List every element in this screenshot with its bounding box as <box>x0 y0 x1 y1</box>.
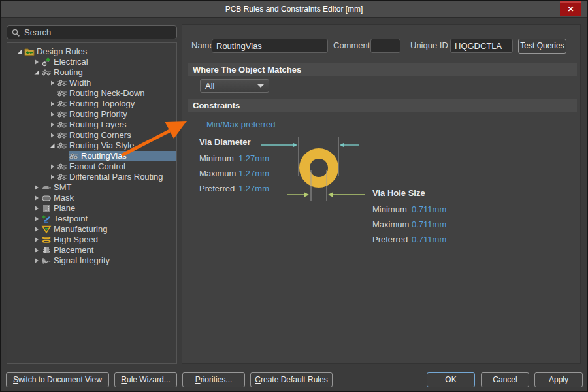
dialog-title: PCB Rules and Constraints Editor [mm] <box>1 1 587 18</box>
expand-collapsed-icon[interactable] <box>48 161 57 172</box>
tree-item-content[interactable]: High Speed <box>41 235 176 245</box>
tree-item-content[interactable]: Routing Layers <box>57 120 176 130</box>
expand-collapsed-icon[interactable] <box>32 214 41 224</box>
tree-item-label: Routing Corners <box>69 130 131 140</box>
cancel-button[interactable]: Cancel <box>481 372 529 387</box>
rule-icon <box>57 141 67 150</box>
expander-spacer <box>48 88 57 99</box>
expand-expanded-icon[interactable] <box>48 140 57 151</box>
tree-item-content[interactable]: Routing Neck-Down <box>57 88 176 99</box>
expand-collapsed-icon[interactable] <box>48 130 57 140</box>
hole-arrow-right <box>328 193 365 197</box>
tree-item-manufacturing[interactable]: Manufacturing <box>7 224 176 235</box>
tree-item-design-rules[interactable]: Design Rules <box>7 46 176 57</box>
design-rules-folder-icon <box>24 47 35 56</box>
test-queries-button[interactable]: Test Queries <box>518 39 566 54</box>
tree-item-placement[interactable]: Placement <box>7 245 176 255</box>
tree-item-content[interactable]: RoutingVias <box>69 151 176 161</box>
minmax-preferred-link[interactable]: Min/Max preferred <box>206 120 275 129</box>
tree-item-electrical[interactable]: Electrical <box>7 57 176 67</box>
expand-collapsed-icon[interactable] <box>32 193 41 203</box>
priorities-button[interactable]: Priorities... <box>182 372 245 387</box>
tree-item-content[interactable]: Routing Corners <box>57 130 176 140</box>
smt-icon <box>41 183 52 192</box>
tree-item-content[interactable]: SMT <box>41 182 176 193</box>
tree-item-label: SMT <box>54 182 71 193</box>
expand-collapsed-icon[interactable] <box>32 203 41 214</box>
expand-expanded-icon[interactable] <box>32 67 41 78</box>
rule-wizard-button[interactable]: Rule Wizard... <box>114 372 177 387</box>
tree-item-smt[interactable]: SMT <box>7 182 176 193</box>
expand-collapsed-icon[interactable] <box>32 57 41 67</box>
ok-button[interactable]: OK <box>427 372 475 387</box>
tree-item-plane[interactable]: Plane <box>7 203 176 214</box>
expand-collapsed-icon[interactable] <box>32 235 41 245</box>
constraint-value[interactable]: 0.711mm <box>412 220 446 229</box>
tree-item-content[interactable]: Signal Integrity <box>41 255 176 266</box>
tree-item-content[interactable]: Manufacturing <box>41 224 176 235</box>
tree-item-content[interactable]: Plane <box>41 203 176 214</box>
tree-item-content[interactable]: Testpoint <box>41 214 176 224</box>
tree-item-routing-corners[interactable]: Routing Corners <box>7 130 176 140</box>
expand-collapsed-icon[interactable] <box>32 245 41 255</box>
tree-item-high-speed[interactable]: High Speed <box>7 235 176 245</box>
tree-item-testpoint[interactable]: Testpoint <box>7 214 176 224</box>
chevron-down-icon <box>257 84 264 88</box>
signal-integrity-icon <box>41 256 52 265</box>
tree-item-content[interactable]: Routing <box>41 67 176 78</box>
tree-item-routing-via-style[interactable]: Routing Via Style <box>7 140 176 151</box>
comment-input[interactable] <box>370 39 400 53</box>
tree-item-width[interactable]: Width <box>7 78 176 88</box>
tree-item-content[interactable]: Mask <box>41 193 176 203</box>
plane-icon <box>41 204 52 213</box>
unique-id-input[interactable] <box>450 39 513 53</box>
expand-collapsed-icon[interactable] <box>32 182 41 193</box>
tree-item-differential-pairs-routing[interactable]: Differential Pairs Routing <box>7 172 176 182</box>
tree-item-routingvias[interactable]: RoutingVias <box>7 151 176 161</box>
tree-item-label: Routing Neck-Down <box>69 88 145 99</box>
rule-icon <box>57 162 67 171</box>
tree-item-content[interactable]: Placement <box>41 245 176 255</box>
tree-item-routing-neck-down[interactable]: Routing Neck-Down <box>7 88 176 99</box>
tree-item-content[interactable]: Routing Topology <box>57 99 176 109</box>
tree-item-content[interactable]: Electrical <box>41 57 176 67</box>
tree-item-routing[interactable]: Routing <box>7 67 176 78</box>
switch-to-document-view-button[interactable]: Switch to Document View <box>6 372 109 387</box>
tree-item-fanout-control[interactable]: Fanout Control <box>7 161 176 172</box>
tree-item-content[interactable]: Design Rules <box>24 46 176 57</box>
tree-item-routing-layers[interactable]: Routing Layers <box>7 120 176 130</box>
search-box[interactable] <box>7 25 177 39</box>
tree-item-content[interactable]: Routing Via Style <box>57 140 176 151</box>
via-hole <box>310 159 328 177</box>
constraint-value[interactable]: 0.711mm <box>412 204 446 214</box>
search-input[interactable] <box>24 27 172 37</box>
tree-item-routing-topology[interactable]: Routing Topology <box>7 99 176 109</box>
placement-icon <box>41 246 52 255</box>
scope-dropdown[interactable]: All <box>200 79 269 93</box>
tree-item-mask[interactable]: Mask <box>7 193 176 203</box>
expand-collapsed-icon[interactable] <box>48 99 57 109</box>
tree-item-content[interactable]: Fanout Control <box>57 161 176 172</box>
close-button[interactable]: ✕ <box>560 1 581 16</box>
expand-collapsed-icon[interactable] <box>48 109 57 120</box>
expand-expanded-icon[interactable] <box>15 46 24 57</box>
expand-collapsed-icon[interactable] <box>32 224 41 235</box>
create-default-rules-button[interactable]: Create Default Rules <box>250 372 333 387</box>
apply-button[interactable]: Apply <box>534 372 583 387</box>
tree-item-routing-priority[interactable]: Routing Priority <box>7 109 176 120</box>
tree-item-label: Mask <box>54 193 74 203</box>
tree-item-content[interactable]: Routing Priority <box>57 109 176 120</box>
expand-collapsed-icon[interactable] <box>48 78 57 88</box>
expand-collapsed-icon[interactable] <box>32 255 41 266</box>
tree-item-label: Fanout Control <box>69 161 125 172</box>
tree-item-label: High Speed <box>54 235 98 245</box>
tree-item-content[interactable]: Width <box>57 78 176 88</box>
constraint-value[interactable]: 0.711mm <box>412 235 446 244</box>
expand-collapsed-icon[interactable] <box>48 120 57 130</box>
name-input[interactable] <box>212 39 328 53</box>
tree-item-content[interactable]: Differential Pairs Routing <box>57 172 176 182</box>
expand-collapsed-icon[interactable] <box>48 172 57 182</box>
tree-item-signal-integrity[interactable]: Signal Integrity <box>7 255 176 266</box>
tree-item-label: Routing Topology <box>69 99 135 109</box>
constraint-label: Preferred <box>199 184 238 193</box>
